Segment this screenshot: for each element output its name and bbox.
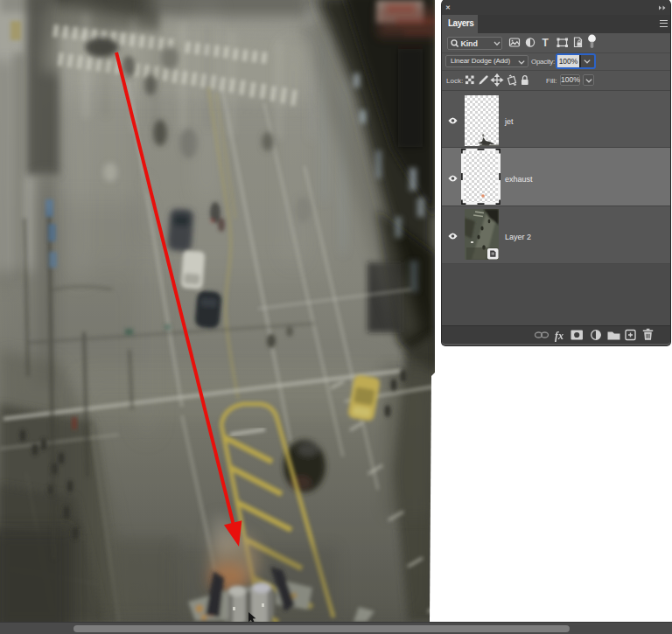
svg-text:fx: fx bbox=[555, 330, 564, 342]
svg-text:T: T bbox=[542, 37, 550, 49]
